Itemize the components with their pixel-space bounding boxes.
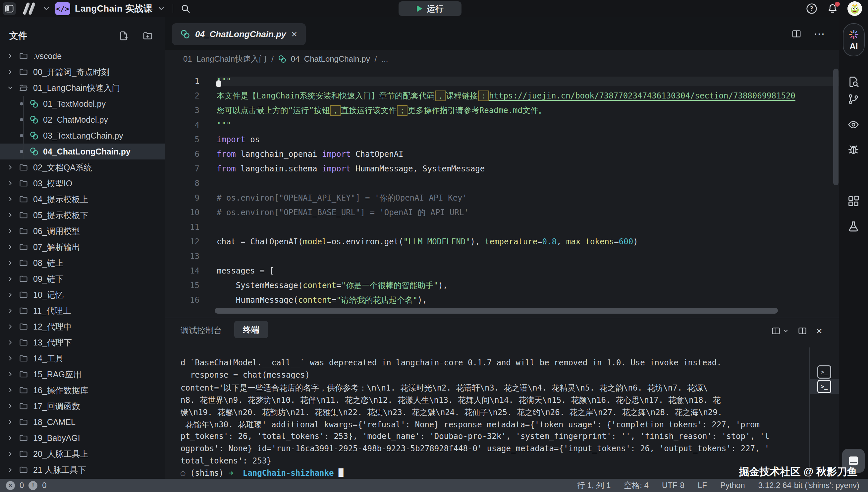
terminal-output[interactable]: d `BaseChatModel.__call__` was deprecate…: [181, 358, 806, 477]
new-file-icon[interactable]: [118, 30, 129, 41]
code-line-12[interactable]: 12chat = ChatOpenAI(model=os.environ.get…: [165, 235, 839, 249]
tree-item-03_模型IO[interactable]: 03_模型IO: [0, 175, 165, 191]
code-line-4[interactable]: 4""": [165, 118, 839, 132]
chevron-right-icon: [5, 435, 15, 441]
split-editor-icon[interactable]: [791, 29, 802, 39]
split-terminal-icon[interactable]: [771, 326, 789, 336]
tab-debug-console[interactable]: 调试控制台: [181, 325, 222, 336]
tree-item-16_操作数据库[interactable]: 16_操作数据库: [0, 382, 165, 398]
toggle-sidebar-button[interactable]: [3, 2, 16, 15]
code-line-6[interactable]: 6from langchain_openai import ChatOpenAI: [165, 147, 839, 162]
help-icon[interactable]: ?: [806, 3, 818, 15]
tree-item-00_开篇词_奇点时刻[interactable]: 00_开篇词_奇点时刻: [0, 64, 165, 80]
tree-item-02_文档QA系统[interactable]: 02_文档QA系统: [0, 159, 165, 175]
terminal-instance-2[interactable]: >_: [810, 379, 839, 394]
tree-item-13_代理下[interactable]: 13_代理下: [0, 335, 165, 350]
project-title[interactable]: LangChain 实战课: [75, 3, 153, 15]
tree-item-label: 18_CAMEL: [33, 417, 76, 427]
code-line-2[interactable]: 2本文件是【LangChain系统安装和快速入门】章节的配套代码，课程链接：ht…: [165, 89, 839, 103]
terminal-instance-1[interactable]: >_: [810, 365, 839, 379]
tab-close-icon[interactable]: ×: [291, 29, 297, 39]
tree-item-02_ChatModel.py[interactable]: 02_ChatModel.py: [0, 112, 165, 128]
status-item[interactable]: Python: [720, 481, 745, 490]
tab-terminal[interactable]: 终端: [234, 321, 268, 338]
code-line-5[interactable]: 5import os: [165, 132, 839, 147]
tree-item-17_回调函数[interactable]: 17_回调函数: [0, 398, 165, 414]
tree-item-label: 10_记忆: [33, 290, 63, 300]
breadcrumb-file[interactable]: 04_ChatLongChain.py: [291, 54, 370, 64]
tree-item-14_工具[interactable]: 14_工具: [0, 350, 165, 366]
tree-item-04_提示模板上[interactable]: 04_提示模板上: [0, 191, 165, 207]
editor-tab-active[interactable]: 04_ChatLongChain.py ×: [172, 23, 306, 45]
tree-item-label: 08_链上: [33, 257, 63, 269]
file-search-icon[interactable]: [847, 76, 860, 88]
close-panel-icon[interactable]: ×: [816, 325, 822, 336]
code-line-15[interactable]: 15 SystemMessage(content="你是一个很棒的智能助手"),: [165, 278, 839, 293]
tree-item-20_人脉工具上[interactable]: 20_人脉工具上: [0, 446, 165, 462]
terminal-line-4: n8. 花世界\n9. 花梦坊\n10. 花伴\n11. 花之恋\n12. 花漾…: [181, 395, 806, 407]
tree-item-15_RAG应用[interactable]: 15_RAG应用: [0, 366, 165, 382]
tree-item-07_解析输出[interactable]: 07_解析输出: [0, 239, 165, 255]
tree-item-09_链下[interactable]: 09_链下: [0, 271, 165, 287]
tree-item-05_提示模板下[interactable]: 05_提示模板下: [0, 207, 165, 223]
debug-bug-icon[interactable]: [847, 143, 860, 156]
code-line-9[interactable]: 9# os.environ["OPENAI_API_KEY"] = '你的Ope…: [165, 191, 839, 205]
ai-assistant-button[interactable]: AI: [843, 23, 865, 56]
tree-item-label: 14_工具: [33, 353, 63, 364]
code-line-7[interactable]: 7from langchain.schema import HumanMessa…: [165, 162, 839, 176]
tree-item-21 人脉工具下[interactable]: 21 人脉工具下: [0, 462, 165, 478]
code-text: SystemMessage(content="你是一个很棒的智能助手"),: [217, 280, 839, 291]
code-line-13[interactable]: 13: [165, 249, 839, 264]
tree-item-11_代理上[interactable]: 11_代理上: [0, 303, 165, 319]
code-line-3[interactable]: 3您可以点击最上方的“运行”按钮，直接运行该文件；更多操作指引请参考Readme…: [165, 103, 839, 118]
tree-item-10_记忆[interactable]: 10_记忆: [0, 287, 165, 303]
app-logo[interactable]: [21, 2, 38, 16]
tree-item-03_TextLangChain.py[interactable]: 03_TextLangChain.py: [0, 128, 165, 144]
avatar[interactable]: [847, 1, 862, 16]
tree-item-01_TextModel.py[interactable]: 01_TextModel.py: [0, 96, 165, 112]
python-file-icon: [30, 99, 38, 108]
code-editor[interactable]: 1"""2本文件是【LangChain系统安装和快速入门】章节的配套代码，课程链…: [165, 68, 839, 321]
folder-icon: [19, 449, 28, 459]
breadcrumb-more[interactable]: ...: [381, 54, 388, 64]
tree-item-12_代理中[interactable]: 12_代理中: [0, 319, 165, 335]
tree-item-06_调用模型[interactable]: 06_调用模型: [0, 223, 165, 239]
line-number: 13: [165, 252, 200, 261]
app-menu-chevron-icon[interactable]: [43, 5, 50, 13]
status-item[interactable]: 行 1, 列 1: [577, 480, 611, 491]
test-beaker-icon[interactable]: [847, 220, 860, 233]
extensions-icon[interactable]: [847, 195, 860, 207]
preview-eye-icon[interactable]: [847, 119, 860, 131]
editor-more-actions-icon[interactable]: ⋯: [814, 27, 825, 41]
tree-item-01_LangChain快速入门[interactable]: 01_LangChain快速入门: [0, 80, 165, 96]
run-button[interactable]: 运行: [399, 1, 462, 16]
source-control-icon[interactable]: [847, 93, 860, 105]
maximize-panel-icon[interactable]: [797, 326, 807, 336]
tree-item-18_CAMEL[interactable]: 18_CAMEL: [0, 414, 165, 430]
editor-vertical-scrollbar[interactable]: [833, 69, 839, 185]
status-item[interactable]: UTF-8: [662, 481, 684, 490]
new-folder-icon[interactable]: [142, 30, 153, 41]
editor-horizontal-scrollbar[interactable]: [215, 308, 778, 314]
tree-item-08_链上[interactable]: 08_链上: [0, 255, 165, 271]
notifications-bell-icon[interactable]: [827, 3, 838, 14]
tree-item-19_BabyAGI[interactable]: 19_BabyAGI: [0, 430, 165, 446]
problems-indicator[interactable]: × 0 ! 0: [0, 481, 47, 490]
status-item[interactable]: 空格: 4: [624, 480, 649, 491]
code-line-8[interactable]: 8: [165, 176, 839, 191]
code-line-1[interactable]: 1""": [165, 74, 839, 89]
breadcrumb[interactable]: 01_LangChain快速入门 / 04_ChatLongChain.py /…: [165, 50, 839, 68]
tree-item-04_ChatLongChain.py[interactable]: 04_ChatLongChain.py: [0, 144, 165, 159]
code-line-14[interactable]: 14messages = [: [165, 264, 839, 278]
code-line-11[interactable]: 11: [165, 220, 839, 235]
code-line-16[interactable]: 16 HumanMessage(content="请给我的花店起个名"),: [165, 293, 839, 308]
search-icon[interactable]: [181, 4, 190, 14]
project-chevron-icon[interactable]: [157, 5, 165, 13]
code-line-10[interactable]: 10# os.environ["OPENAI_BASE_URL"] = 'Ope…: [165, 205, 839, 220]
status-item[interactable]: 3.12.2 64-bit ('shims': pyenv): [758, 481, 859, 490]
breadcrumb-separator: /: [271, 54, 274, 64]
folder-icon: [19, 242, 28, 252]
breadcrumb-folder[interactable]: 01_LangChain快速入门: [183, 54, 267, 64]
tree-item-.vscode[interactable]: .vscode: [0, 48, 165, 64]
status-item[interactable]: LF: [698, 481, 707, 490]
